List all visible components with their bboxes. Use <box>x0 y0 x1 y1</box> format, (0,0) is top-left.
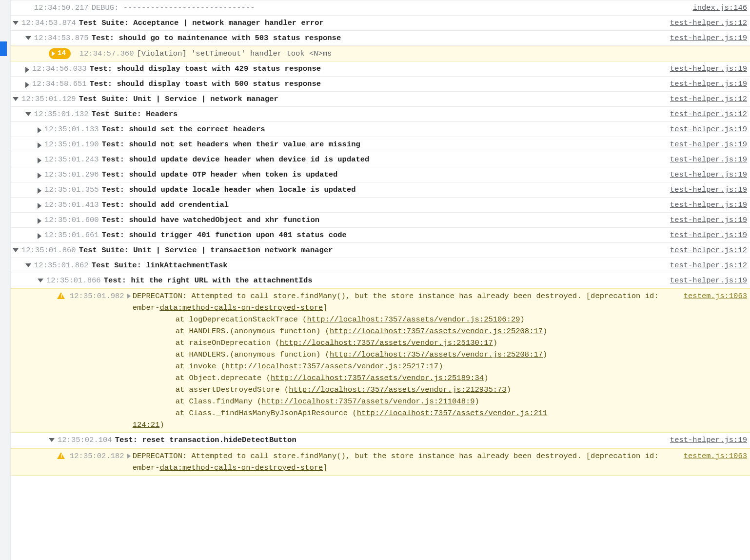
disclosure-arrow-icon[interactable] <box>38 142 41 148</box>
disclosure-arrow-icon[interactable] <box>13 97 19 101</box>
deprecation-id-link[interactable]: data:method-calls-on-destroyed-store <box>159 303 323 312</box>
stack-frame: at invoke (http://localhost:7357/assets/… <box>133 360 678 372</box>
source-link[interactable]: test-helper.js:19 <box>670 199 747 211</box>
source-link[interactable]: testem.js:1063 <box>684 290 747 302</box>
stack-url-link[interactable]: http://localhost:7357/assets/vendor.js:2… <box>289 385 506 394</box>
source-link[interactable]: test-helper.js:12 <box>670 17 747 29</box>
console-row: 12:35:01.355Test: should update locale h… <box>11 182 750 198</box>
expand-arrow-icon[interactable] <box>127 454 131 459</box>
disclosure-arrow-icon[interactable] <box>25 82 29 88</box>
source-link[interactable]: test-helper.js:12 <box>670 260 747 271</box>
timestamp: 12:35:01.661 <box>44 229 99 241</box>
stack-url-link[interactable]: http://localhost:7357/assets/vendor.js:2… <box>357 409 548 418</box>
source-link[interactable]: test-helper.js:12 <box>670 108 747 120</box>
stack-frame: at HANDLERS.(anonymous function) (http:/… <box>133 349 678 360</box>
timestamp: 12:35:01.133 <box>44 123 99 135</box>
disclosure-arrow-icon[interactable] <box>13 21 19 25</box>
console-row: 12:35:01.129Test Suite: Unit | Service |… <box>11 92 750 107</box>
stack-frame: at HANDLERS.(anonymous function) (http:/… <box>133 325 678 337</box>
disclosure-arrow-icon[interactable] <box>38 158 41 163</box>
console-row: 12:35:01.661Test: should trigger 401 fun… <box>11 228 750 243</box>
timestamp: 12:34:53.874 <box>21 17 76 29</box>
timestamp: 12:34:53.875 <box>34 32 89 44</box>
disclosure-arrow-icon[interactable] <box>38 218 41 224</box>
stack-url-link[interactable]: http://localhost:7357/assets/vendor.js:2… <box>225 362 438 371</box>
source-link[interactable]: test-helper.js:19 <box>670 434 747 446</box>
disclosure-arrow-icon[interactable] <box>25 67 29 73</box>
disclosure-arrow-icon[interactable] <box>49 438 55 442</box>
log-message: DEBUG: ----------------------------- <box>92 2 687 14</box>
log-message: Test: should update device header when d… <box>102 154 664 165</box>
log-message: Test: should update locale header when l… <box>102 184 664 196</box>
log-message: Test Suite: Unit | Service | network man… <box>79 93 664 105</box>
disclosure-arrow-icon[interactable] <box>25 112 31 116</box>
log-message: Test: should not set headers when their … <box>102 139 664 150</box>
source-link[interactable]: test-helper.js:19 <box>670 214 747 226</box>
console-row: 12:35:01.133Test: should set the correct… <box>11 122 750 137</box>
disclosure-arrow-icon[interactable] <box>38 203 41 209</box>
warning-icon <box>57 292 65 299</box>
console-row: 12:35:02.104Test: reset transaction.hide… <box>11 433 750 448</box>
log-message: Test Suite: linkAttachmentTask <box>92 260 664 271</box>
source-link[interactable]: test-helper.js:19 <box>670 139 747 150</box>
timestamp: 12:35:01.866 <box>46 275 101 286</box>
stack-frame: at Class._findHasManyByJsonApiResource (… <box>133 407 678 419</box>
console-row-warning: 12:35:01.982DEPRECATION: Attempted to ca… <box>11 288 750 433</box>
disclosure-arrow-icon[interactable] <box>25 36 31 40</box>
source-link[interactable]: test-helper.js:19 <box>670 78 747 90</box>
console-row: 12:35:01.243Test: should update device h… <box>11 152 750 167</box>
deprecation-message: DEPRECATION: Attempted to call store.fin… <box>133 290 678 431</box>
disclosure-arrow-icon[interactable] <box>25 263 31 267</box>
warning-count-badge[interactable]: 14 <box>49 48 71 59</box>
stack-frame: at Object.deprecate (http://localhost:73… <box>133 372 678 384</box>
disclosure-arrow-icon[interactable] <box>38 279 43 282</box>
stack-frame: at logDeprecationStackTrace (http://loca… <box>133 314 678 325</box>
timestamp: 12:35:01.243 <box>44 154 99 165</box>
stack-url-link[interactable]: http://localhost:7357/assets/vendor.js:2… <box>280 339 493 347</box>
source-link[interactable]: index.js:146 <box>692 2 747 14</box>
disclosure-arrow-icon[interactable] <box>38 233 41 239</box>
log-message: Test Suite: Headers <box>92 108 664 120</box>
source-link[interactable]: test-helper.js:19 <box>670 123 747 135</box>
timestamp: 12:35:01.132 <box>34 108 89 120</box>
stack-url-link[interactable]: http://localhost:7357/assets/vendor.js:2… <box>261 397 474 406</box>
source-link[interactable]: test-helper.js:19 <box>670 184 747 196</box>
gutter <box>0 0 11 476</box>
stack-url-link[interactable]: http://localhost:7357/assets/vendor.js:2… <box>307 315 520 324</box>
source-link[interactable]: test-helper.js:12 <box>670 244 747 256</box>
console-row: 12:35:01.862Test Suite: linkAttachmentTa… <box>11 258 750 273</box>
console-row: 12:34:58.651Test: should display toast w… <box>11 77 750 92</box>
console-row: 12:34:53.875Test: should go to maintenan… <box>11 31 750 46</box>
log-message: Test: reset transaction.hideDetectButton <box>115 434 664 446</box>
expand-arrow-icon[interactable] <box>127 294 131 299</box>
log-message: Test: should display toast with 429 stat… <box>90 63 664 75</box>
disclosure-arrow-icon[interactable] <box>38 188 41 194</box>
stack-url-link[interactable]: http://localhost:7357/assets/vendor.js:2… <box>271 374 484 382</box>
log-message: Test: should display toast with 500 stat… <box>90 78 664 90</box>
source-link[interactable]: testem.js:1063 <box>684 450 747 462</box>
source-link[interactable]: test-helper.js:19 <box>670 32 747 44</box>
source-link[interactable]: test-helper.js:19 <box>670 275 747 286</box>
timestamp: 12:34:50.217 <box>34 2 89 14</box>
stack-url-link[interactable]: 124:21 <box>133 420 160 429</box>
log-message: Test: should add crendential <box>102 199 664 211</box>
source-link[interactable]: test-helper.js:19 <box>670 229 747 241</box>
source-link[interactable]: test-helper.js:19 <box>670 169 747 180</box>
source-link[interactable]: test-helper.js:19 <box>670 63 747 75</box>
stack-url-link[interactable]: http://localhost:7357/assets/vendor.js:2… <box>330 327 543 336</box>
warning-icon <box>57 452 65 459</box>
timestamp: 12:35:01.600 <box>44 214 99 226</box>
disclosure-arrow-icon[interactable] <box>38 173 41 179</box>
console-row: 12:34:53.874Test Suite: Acceptance | net… <box>11 16 750 31</box>
console-row: 12:35:01.296Test: should update OTP head… <box>11 167 750 182</box>
stack-frame: at raiseOnDeprecation (http://localhost:… <box>133 337 678 349</box>
log-message: [Violation] 'setTimeout' handler took <N… <box>137 48 747 60</box>
log-message: Test: should set the correct headers <box>102 123 664 135</box>
deprecation-id-link[interactable]: data:method-calls-on-destroyed-store <box>159 463 323 472</box>
source-link[interactable]: test-helper.js:19 <box>670 154 747 165</box>
console-row: 12:35:01.600Test: should have watchedObj… <box>11 213 750 228</box>
source-link[interactable]: test-helper.js:12 <box>670 93 747 105</box>
disclosure-arrow-icon[interactable] <box>38 127 41 133</box>
stack-url-link[interactable]: http://localhost:7357/assets/vendor.js:2… <box>330 350 543 359</box>
disclosure-arrow-icon[interactable] <box>13 248 19 252</box>
